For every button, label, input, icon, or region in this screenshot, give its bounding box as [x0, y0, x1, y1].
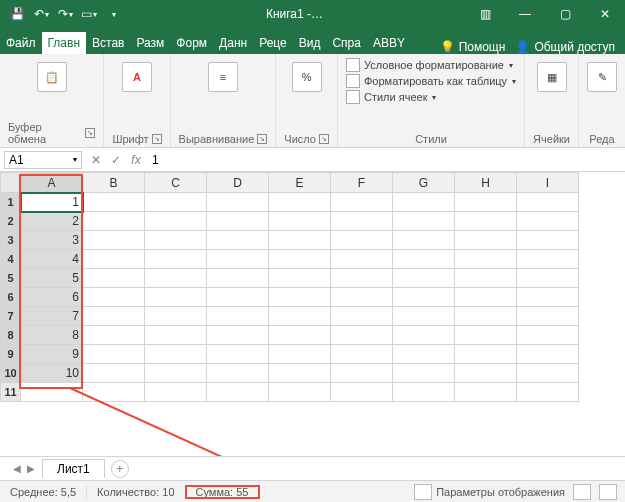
cell[interactable]: 1 [21, 193, 83, 212]
cell[interactable] [269, 193, 331, 212]
row-header[interactable]: 6 [1, 288, 21, 307]
cell[interactable] [331, 250, 393, 269]
column-header[interactable]: G [393, 173, 455, 193]
ribbon-options-button[interactable]: ▥ [465, 0, 505, 28]
cell[interactable] [83, 250, 145, 269]
close-button[interactable]: ✕ [585, 0, 625, 28]
cell[interactable] [517, 364, 579, 383]
tab-file[interactable]: Файл [0, 32, 42, 54]
paste-button[interactable]: 📋 [37, 58, 67, 92]
display-options-button[interactable]: Параметры отображения [414, 484, 565, 500]
cell[interactable]: 5 [21, 269, 83, 288]
row-header[interactable]: 5 [1, 269, 21, 288]
sheet-tab[interactable]: Лист1 [42, 459, 105, 478]
cell[interactable] [393, 345, 455, 364]
page-layout-view-button[interactable] [599, 484, 617, 500]
redo-button[interactable]: ↷▾ [54, 3, 76, 25]
cell[interactable] [455, 326, 517, 345]
cell[interactable] [207, 193, 269, 212]
tab-formulas[interactable]: Форм [170, 32, 213, 54]
cell[interactable] [393, 231, 455, 250]
tab-layout[interactable]: Разм [130, 32, 170, 54]
sheet-nav[interactable]: ◀▶ [0, 463, 40, 474]
minimize-button[interactable]: — [505, 0, 545, 28]
tab-data[interactable]: Данн [213, 32, 253, 54]
row-header[interactable]: 3 [1, 231, 21, 250]
font-button[interactable]: A [122, 58, 152, 92]
cell[interactable] [331, 364, 393, 383]
cell[interactable] [393, 326, 455, 345]
column-header[interactable]: E [269, 173, 331, 193]
editing-button[interactable]: ✎ [587, 58, 617, 92]
cell[interactable] [269, 383, 331, 402]
row-header[interactable]: 2 [1, 212, 21, 231]
cell[interactable] [269, 250, 331, 269]
cell[interactable] [207, 288, 269, 307]
cell[interactable] [83, 345, 145, 364]
row-header[interactable]: 8 [1, 326, 21, 345]
cell[interactable] [517, 345, 579, 364]
row-header[interactable]: 11 [1, 383, 21, 402]
cell[interactable] [455, 269, 517, 288]
cell[interactable] [517, 307, 579, 326]
cell[interactable] [207, 269, 269, 288]
cell[interactable] [517, 193, 579, 212]
spreadsheet-grid[interactable]: ABCDEFGHI112233445566778899101011 [0, 172, 625, 402]
cell[interactable] [455, 250, 517, 269]
cell[interactable] [207, 364, 269, 383]
cell[interactable] [83, 326, 145, 345]
column-header[interactable]: F [331, 173, 393, 193]
dialog-launcher-icon[interactable]: ↘ [257, 134, 267, 144]
cell[interactable] [517, 326, 579, 345]
column-header[interactable]: A [21, 173, 83, 193]
row-header[interactable]: 10 [1, 364, 21, 383]
cell[interactable] [269, 326, 331, 345]
cell[interactable] [393, 383, 455, 402]
cell[interactable] [393, 288, 455, 307]
undo-button[interactable]: ↶▾ [30, 3, 52, 25]
cell[interactable] [207, 212, 269, 231]
cell[interactable] [331, 288, 393, 307]
column-header[interactable]: I [517, 173, 579, 193]
cell[interactable] [331, 383, 393, 402]
cell[interactable]: 9 [21, 345, 83, 364]
cell[interactable]: 6 [21, 288, 83, 307]
cell[interactable] [269, 231, 331, 250]
cell[interactable] [269, 307, 331, 326]
cell[interactable] [145, 326, 207, 345]
tell-me-button[interactable]: 💡 Помощн [440, 40, 506, 54]
cell[interactable] [21, 383, 83, 402]
cell[interactable] [455, 307, 517, 326]
row-header[interactable]: 4 [1, 250, 21, 269]
column-header[interactable]: H [455, 173, 517, 193]
cell[interactable] [331, 269, 393, 288]
cell[interactable] [455, 212, 517, 231]
cell[interactable] [83, 212, 145, 231]
cell[interactable] [517, 383, 579, 402]
cell[interactable] [455, 345, 517, 364]
normal-view-button[interactable] [573, 484, 591, 500]
cell[interactable] [331, 326, 393, 345]
cell[interactable] [269, 212, 331, 231]
enter-formula-button[interactable]: ✓ [106, 153, 126, 167]
cell[interactable] [145, 250, 207, 269]
cell[interactable] [455, 383, 517, 402]
share-button[interactable]: 👤 Общий доступ [515, 40, 615, 54]
tab-review[interactable]: Реце [253, 32, 293, 54]
cell[interactable]: 7 [21, 307, 83, 326]
row-header[interactable]: 9 [1, 345, 21, 364]
cell[interactable] [517, 250, 579, 269]
column-header[interactable]: B [83, 173, 145, 193]
dialog-launcher-icon[interactable]: ↘ [319, 134, 329, 144]
dialog-launcher-icon[interactable]: ↘ [152, 134, 162, 144]
cell[interactable] [83, 269, 145, 288]
cell[interactable] [83, 383, 145, 402]
cell-styles-button[interactable]: Стили ячеек▾ [346, 90, 436, 104]
cell[interactable] [517, 269, 579, 288]
cell[interactable]: 3 [21, 231, 83, 250]
cell[interactable] [83, 231, 145, 250]
cell[interactable] [393, 269, 455, 288]
cell[interactable] [145, 231, 207, 250]
cell[interactable] [331, 307, 393, 326]
cell[interactable] [393, 250, 455, 269]
